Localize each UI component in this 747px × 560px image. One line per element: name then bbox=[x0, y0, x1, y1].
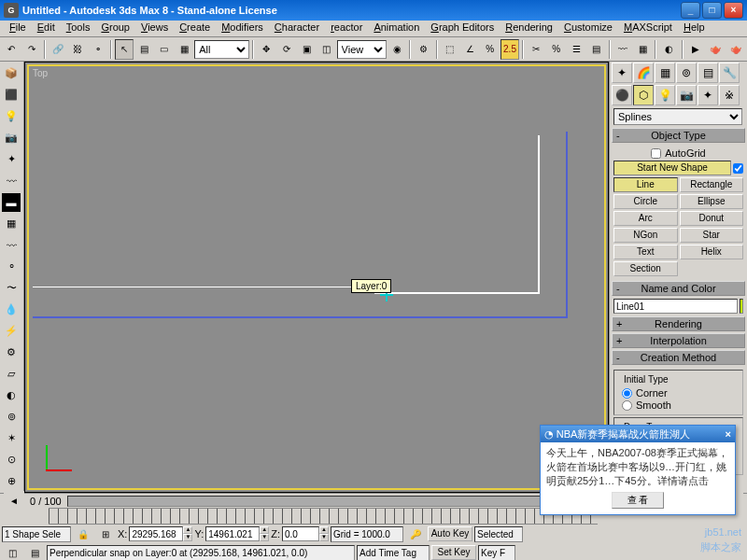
prompt-button[interactable]: ▤ bbox=[24, 542, 45, 560]
reactor-frac-icon[interactable]: ✶ bbox=[1, 427, 21, 448]
maximize-button[interactable]: □ bbox=[702, 2, 722, 19]
redo-button[interactable]: ↷ bbox=[21, 39, 40, 60]
menu-animation[interactable]: Animation bbox=[368, 21, 425, 36]
percent-snap-button[interactable]: % bbox=[480, 39, 499, 60]
reactor-spring-icon[interactable]: ⚡ bbox=[1, 320, 21, 341]
close-button[interactable]: × bbox=[724, 2, 743, 19]
menu-help[interactable]: Help bbox=[678, 21, 711, 36]
keymode-select[interactable]: Selected bbox=[474, 526, 523, 542]
cmd-display-tab[interactable]: ▤ bbox=[698, 63, 718, 83]
menu-group[interactable]: Group bbox=[95, 21, 135, 36]
popup-view-button[interactable]: 查 看 bbox=[612, 492, 665, 509]
move-button[interactable]: ✥ bbox=[257, 39, 275, 60]
menu-reactor[interactable]: reactor bbox=[325, 21, 368, 36]
cat-geometry-icon[interactable]: ⚫ bbox=[612, 85, 632, 105]
named-sel-button[interactable]: ✂ bbox=[527, 39, 545, 60]
material-button[interactable]: ◐ bbox=[659, 39, 678, 60]
reactor-motor-icon[interactable]: ⚙ bbox=[1, 342, 21, 362]
reactor-water-icon[interactable]: 💧 bbox=[1, 299, 21, 319]
tab-cameras-icon[interactable]: 📷 bbox=[1, 128, 21, 148]
menu-create[interactable]: Create bbox=[174, 21, 216, 36]
tab-helpers-icon[interactable]: ✦ bbox=[1, 149, 21, 170]
minimize-button[interactable]: _ bbox=[681, 2, 700, 19]
shape-text-button[interactable]: Text bbox=[613, 245, 678, 259]
script-button[interactable]: ◫ bbox=[2, 542, 22, 560]
select-rect-button[interactable]: ▭ bbox=[155, 39, 174, 60]
angle-snap-button[interactable]: ∠ bbox=[460, 39, 479, 60]
initial-corner-radio[interactable] bbox=[622, 388, 632, 399]
cmd-utils-tab[interactable]: 🔧 bbox=[719, 63, 740, 83]
reactor-wind-icon[interactable]: ◐ bbox=[1, 385, 21, 405]
reactor-toy-icon[interactable]: ⊚ bbox=[1, 406, 21, 427]
undo-button[interactable]: ↶ bbox=[2, 39, 21, 60]
tab-lights-icon[interactable]: 💡 bbox=[1, 106, 21, 127]
align-button[interactable]: ☰ bbox=[567, 39, 585, 60]
shape-line-button[interactable]: Line bbox=[613, 177, 678, 192]
window-crossing-button[interactable]: ▦ bbox=[175, 39, 193, 60]
key-icon[interactable]: 🔑 bbox=[405, 524, 426, 544]
unlink-button[interactable]: ⛓ bbox=[68, 39, 87, 60]
x-input[interactable] bbox=[129, 526, 183, 541]
rollout-rendering[interactable]: +Rendering bbox=[612, 316, 745, 331]
snap-button[interactable]: ⬚ bbox=[441, 39, 459, 60]
reactor-car-icon[interactable]: ⊙ bbox=[1, 449, 21, 469]
shape-arc-button[interactable]: Arc bbox=[613, 211, 678, 226]
shape-donut-button[interactable]: Donut bbox=[680, 211, 744, 226]
initial-smooth-radio[interactable] bbox=[622, 400, 632, 411]
shape-star-button[interactable]: Star bbox=[680, 228, 744, 243]
tab-shapes-icon[interactable]: ⬛ bbox=[1, 85, 21, 105]
cat-space-icon[interactable]: ※ bbox=[719, 85, 740, 105]
mirror-button[interactable]: % bbox=[547, 39, 566, 60]
menu-customize[interactable]: Customize bbox=[558, 21, 618, 36]
rollout-creation-method[interactable]: -Creation Method bbox=[612, 350, 745, 365]
selection-filter-select[interactable]: All bbox=[194, 40, 249, 59]
autogrid-checkbox[interactable] bbox=[651, 148, 661, 159]
menu-modifiers[interactable]: Modifiers bbox=[216, 21, 269, 36]
shape-ellipse-button[interactable]: Ellipse bbox=[680, 194, 744, 209]
transform-type-button[interactable]: ⊞ bbox=[95, 524, 116, 544]
reactor-soft-icon[interactable]: ⚬ bbox=[1, 257, 21, 277]
start-new-shape-button[interactable]: Start New Shape bbox=[613, 161, 731, 175]
reactor-point-icon[interactable]: ⊕ bbox=[1, 470, 21, 491]
shape-rectangle-button[interactable]: Rectangle bbox=[680, 177, 744, 192]
reactor-plane-icon[interactable]: ▱ bbox=[1, 363, 21, 384]
layers-button[interactable]: ▤ bbox=[586, 39, 605, 60]
bind-button[interactable]: ⚬ bbox=[88, 39, 106, 60]
select-name-button[interactable]: ▤ bbox=[134, 39, 153, 60]
menu-maxscript[interactable]: MAXScript bbox=[618, 21, 678, 36]
select-button[interactable]: ↖ bbox=[115, 39, 134, 60]
rollout-name-color[interactable]: -Name and Color bbox=[612, 281, 745, 296]
time-prev-button[interactable]: ◄ bbox=[4, 491, 24, 511]
rollout-interpolation[interactable]: +Interpolation bbox=[612, 333, 745, 348]
menu-file[interactable]: File bbox=[4, 21, 32, 36]
menu-rendering[interactable]: Rendering bbox=[500, 21, 558, 36]
render-last-button[interactable]: 🫖 bbox=[726, 39, 744, 60]
cat-helpers-icon[interactable]: ✦ bbox=[698, 85, 718, 105]
shape-section-button[interactable]: Section bbox=[613, 261, 678, 276]
rollout-object-type[interactable]: -Object Type bbox=[612, 128, 745, 143]
tab-space-icon[interactable]: 〰 bbox=[1, 171, 21, 191]
rotate-button[interactable]: ⟳ bbox=[277, 39, 296, 60]
link-button[interactable]: 🔗 bbox=[49, 39, 67, 60]
keyfilter-button[interactable]: Key F bbox=[478, 545, 515, 561]
shape-circle-button[interactable]: Circle bbox=[613, 194, 678, 209]
autokey-button[interactable]: Auto Key bbox=[428, 526, 472, 541]
refcoord-select[interactable]: View bbox=[337, 40, 387, 59]
refcoord-button[interactable]: ◫ bbox=[317, 39, 335, 60]
menu-edit[interactable]: Edit bbox=[32, 21, 61, 36]
reactor-cloth-icon[interactable]: 〰 bbox=[1, 235, 21, 256]
object-name-input[interactable] bbox=[613, 299, 738, 314]
cmd-create-tab[interactable]: ✦ bbox=[612, 63, 632, 83]
center-button[interactable]: ◉ bbox=[388, 39, 406, 60]
menu-views[interactable]: Views bbox=[135, 21, 174, 36]
curve-editor-button[interactable]: 〰 bbox=[613, 39, 632, 60]
viewport[interactable]: Top Layer:0 bbox=[24, 62, 609, 493]
y-input[interactable] bbox=[205, 526, 260, 541]
category-select[interactable]: Splines bbox=[613, 108, 742, 125]
color-swatch[interactable] bbox=[740, 299, 743, 314]
popup-close-button[interactable]: × bbox=[726, 428, 731, 440]
schematic-button[interactable]: ▦ bbox=[633, 39, 652, 60]
manip-button[interactable]: ⚙ bbox=[414, 39, 432, 60]
reactor-rope-icon[interactable]: 〜 bbox=[1, 278, 21, 299]
tab-objects-icon[interactable]: 📦 bbox=[1, 63, 21, 84]
